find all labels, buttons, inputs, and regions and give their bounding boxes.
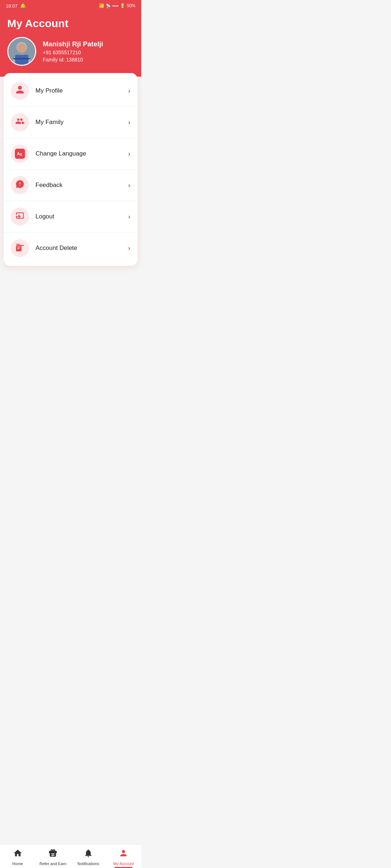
signal-bars: ▪▪▪▪ xyxy=(112,3,118,8)
menu-label-my-family: My Family xyxy=(35,119,128,126)
menu-card: My Profile › My Family › A 文 Change Lang… xyxy=(4,73,138,266)
menu-label-change-language: Change Language xyxy=(35,150,128,157)
menu-label-account-delete: Account Delete xyxy=(35,244,128,252)
chevron-right-icon-logout: › xyxy=(128,213,130,221)
svg-rect-5 xyxy=(13,58,30,60)
delete-account-icon xyxy=(15,242,25,254)
lang-icon-box: A 文 xyxy=(15,149,25,159)
menu-item-account-delete[interactable]: Account Delete › xyxy=(4,233,138,264)
avatar xyxy=(7,37,36,66)
signal-icon: 📡 xyxy=(106,4,111,8)
user-family-id: Family Id: 138810 xyxy=(43,57,103,63)
header: My Account Manishji Rji Patelji +91 6355… xyxy=(0,11,141,77)
chevron-right-icon-feedback: › xyxy=(128,182,130,189)
user-info: Manishji Rji Patelji +91 6355517210 Fami… xyxy=(7,37,134,66)
battery-icon: 🔋 xyxy=(120,3,125,8)
feedback-icon xyxy=(15,179,25,191)
avatar-image xyxy=(8,38,35,65)
menu-item-feedback[interactable]: Feedback › xyxy=(4,170,138,201)
person-icon xyxy=(15,85,25,97)
menu-item-my-profile[interactable]: My Profile › xyxy=(4,75,138,107)
chevron-right-icon-profile: › xyxy=(128,87,130,95)
logout-icon xyxy=(15,211,25,222)
menu-item-change-language[interactable]: A 文 Change Language › xyxy=(4,138,138,170)
notification-icon: 🔔 xyxy=(20,3,26,9)
menu-label-feedback: Feedback xyxy=(35,182,128,189)
chevron-right-icon-language: › xyxy=(128,150,130,158)
battery-level: 50% xyxy=(127,3,135,8)
language-icon: A 文 xyxy=(15,149,25,159)
user-details: Manishji Rji Patelji +91 6355517210 Fami… xyxy=(43,40,103,63)
menu-icon-wrap-feedback xyxy=(11,176,29,194)
page-title: My Account xyxy=(7,17,134,30)
menu-icon-wrap-logout xyxy=(11,208,29,226)
menu-item-my-family[interactable]: My Family › xyxy=(4,107,138,138)
user-phone: +91 6355517210 xyxy=(43,50,103,55)
time: 18:07 xyxy=(6,3,18,9)
svg-point-3 xyxy=(17,43,26,53)
svg-rect-4 xyxy=(15,55,29,65)
menu-label-my-profile: My Profile xyxy=(35,87,128,94)
chevron-right-icon-family: › xyxy=(128,119,130,126)
status-bar: 18:07 🔔 📶 📡 ▪▪▪▪ 🔋 50% xyxy=(0,0,141,11)
menu-item-logout[interactable]: Logout › xyxy=(4,201,138,233)
menu-icon-wrap-delete xyxy=(11,239,29,257)
status-left: 18:07 🔔 xyxy=(6,3,26,9)
status-right: 📶 📡 ▪▪▪▪ 🔋 50% xyxy=(99,3,135,8)
menu-icon-wrap-family xyxy=(11,113,29,131)
menu-icon-wrap-language: A 文 xyxy=(11,145,29,163)
menu-icon-wrap-profile xyxy=(11,82,29,100)
wifi-icon: 📶 xyxy=(99,3,104,8)
chevron-right-icon-delete: › xyxy=(128,244,130,252)
user-name: Manishji Rji Patelji xyxy=(43,40,103,48)
family-icon xyxy=(15,116,25,128)
menu-label-logout: Logout xyxy=(35,213,128,220)
